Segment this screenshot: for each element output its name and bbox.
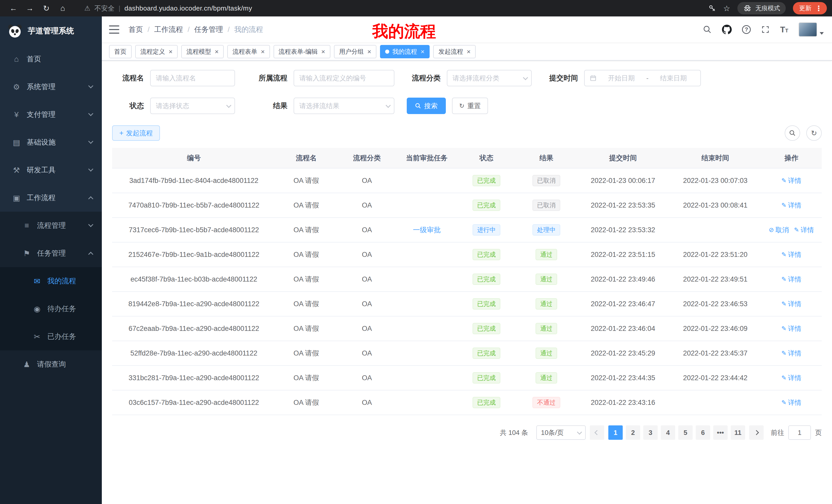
- detail-link[interactable]: ✎ 详情: [781, 324, 801, 333]
- sidebar-menu-item[interactable]: 系统管理: [0, 73, 102, 101]
- search-button[interactable]: 搜索: [407, 97, 446, 114]
- chevron-icon: [88, 252, 93, 257]
- font-size-icon[interactable]: TT: [780, 25, 788, 34]
- sidebar-menu-item[interactable]: 待办任务: [0, 295, 102, 323]
- cell-status: 已完成: [457, 243, 516, 267]
- view-tab[interactable]: 流程表单-编辑 ×: [274, 45, 330, 58]
- cell-current-task: 一级审批: [397, 218, 457, 242]
- detail-link[interactable]: ✎ 详情: [781, 349, 801, 358]
- view-tab[interactable]: 发起流程 ×: [433, 45, 476, 58]
- detail-link[interactable]: ✎ 详情: [781, 250, 801, 259]
- sidebar-menu-item[interactable]: 工作流程: [0, 184, 102, 212]
- fullscreen-icon[interactable]: [761, 25, 770, 34]
- avatar[interactable]: [799, 22, 817, 37]
- cell-operations: ⊘ ✎ 详情: [761, 267, 822, 291]
- app-logo[interactable]: 芋道管理系统: [0, 17, 102, 45]
- calendar-icon: [590, 75, 597, 81]
- category-select[interactable]: 请选择流程分类: [447, 70, 532, 86]
- prev-page-button[interactable]: [590, 425, 604, 440]
- security-label: 不安全: [94, 4, 114, 13]
- reset-button[interactable]: ↻ 重置: [452, 97, 488, 114]
- detail-link[interactable]: ✎ 详情: [781, 398, 801, 407]
- next-page-button[interactable]: [749, 425, 763, 440]
- show-search-button[interactable]: [785, 125, 800, 141]
- user-menu[interactable]: [799, 22, 824, 37]
- sidebar-menu-item[interactable]: 请假查询: [0, 351, 102, 378]
- page-number-button[interactable]: 1: [608, 425, 623, 440]
- task-link[interactable]: 一级审批: [413, 225, 441, 234]
- cell-id: 7317cec6-7b9b-11ec-b5b7-acde48001122: [112, 218, 276, 242]
- tab-close-icon[interactable]: ×: [169, 48, 173, 55]
- view-tab[interactable]: 首页 ×: [109, 45, 132, 58]
- view-tab[interactable]: 流程定义 ×: [135, 45, 178, 58]
- sidebar-menu-item[interactable]: 我的流程: [0, 267, 102, 295]
- page-number-button[interactable]: 2: [626, 425, 640, 440]
- tab-close-icon[interactable]: ×: [421, 48, 424, 55]
- result-select[interactable]: 请选择流结果: [294, 97, 394, 114]
- page-number-button[interactable]: 11: [731, 425, 745, 440]
- cell-id: 52ffd28e-7b9a-11ec-a290-acde48001122: [112, 341, 276, 365]
- search-icon[interactable]: [703, 25, 712, 34]
- browser-home-icon[interactable]: ⌂: [56, 2, 70, 15]
- tab-close-icon[interactable]: ×: [467, 48, 470, 55]
- breadcrumb-item[interactable]: 工作流程: [154, 25, 183, 34]
- view-tab[interactable]: 流程模型 ×: [181, 45, 224, 58]
- status-select[interactable]: 请选择状态: [150, 97, 235, 114]
- tab-close-icon[interactable]: ×: [367, 48, 371, 55]
- sidebar-menu-item[interactable]: 任务管理: [0, 240, 102, 267]
- view-tab[interactable]: 用户分组 ×: [334, 45, 376, 58]
- cell-operations: ⊘ ✎ 详情: [761, 316, 822, 341]
- bookmark-star-icon[interactable]: ☆: [723, 4, 730, 13]
- tab-close-icon[interactable]: ×: [321, 48, 325, 55]
- detail-link[interactable]: ✎ 详情: [794, 226, 814, 234]
- page-size-select[interactable]: 10条/页: [536, 425, 586, 440]
- detail-link[interactable]: ✎ 详情: [781, 300, 801, 309]
- page-number-button[interactable]: 5: [678, 425, 693, 440]
- page-number-button[interactable]: 6: [696, 425, 710, 440]
- date-range-picker[interactable]: 开始日期 - 结束日期: [584, 70, 701, 86]
- sidebar-menu-item[interactable]: 基础设施: [0, 129, 102, 156]
- detail-link[interactable]: ✎ 详情: [781, 201, 801, 210]
- detail-link[interactable]: ✎ 详情: [781, 176, 801, 185]
- browser-actions: ☆ 无痕模式 更新 ⋮: [708, 2, 827, 15]
- goto-page-input[interactable]: [788, 425, 811, 440]
- browser-back-icon[interactable]: ←: [7, 2, 20, 15]
- breadcrumb-item[interactable]: 任务管理: [194, 25, 223, 34]
- cell-submit-time: 2022-01-22 23:44:35: [576, 366, 670, 390]
- browser-update-button[interactable]: 更新 ⋮: [793, 2, 827, 15]
- process-def-input[interactable]: [294, 71, 394, 86]
- page-number-button[interactable]: •••: [713, 425, 728, 440]
- github-icon[interactable]: [722, 25, 732, 34]
- tab-close-icon[interactable]: ×: [215, 48, 218, 55]
- menu-item-icon: [32, 332, 42, 341]
- breadcrumb-item[interactable]: 首页: [129, 25, 143, 34]
- sidebar-menu-item[interactable]: 支付管理: [0, 101, 102, 129]
- detail-link[interactable]: ✎ 详情: [781, 275, 801, 284]
- breadcrumb-item[interactable]: 我的流程: [234, 25, 263, 34]
- process-name-input[interactable]: [151, 71, 234, 86]
- password-key-icon[interactable]: [708, 4, 716, 12]
- sidebar-menu-item[interactable]: 流程管理: [0, 212, 102, 240]
- page-number-button[interactable]: 4: [661, 425, 675, 440]
- page-numbers: 1 2 3 4 5 6 •••: [608, 425, 745, 440]
- refresh-table-button[interactable]: ↻: [806, 125, 822, 141]
- tab-close-icon[interactable]: ×: [261, 48, 265, 55]
- sidebar-menu-item[interactable]: 首页: [0, 45, 102, 73]
- view-tab[interactable]: 我的流程 ×: [380, 45, 430, 58]
- help-icon[interactable]: ?: [742, 25, 751, 34]
- hamburger-icon[interactable]: [109, 25, 119, 34]
- edit-icon: ✎: [781, 202, 786, 209]
- sidebar-menu-item[interactable]: 已办任务: [0, 323, 102, 351]
- address-bar[interactable]: ⚠ 不安全 | dashboard.yudao.iocoder.cn/bpm/t…: [84, 4, 708, 13]
- page-number-button[interactable]: 3: [643, 425, 658, 440]
- browser-reload-icon[interactable]: ↻: [40, 2, 53, 15]
- sidebar-menu-item[interactable]: 研发工具: [0, 156, 102, 184]
- browser-menu-icon[interactable]: ⋮: [815, 4, 822, 12]
- view-tab[interactable]: 流程表单 ×: [227, 45, 270, 58]
- detail-link[interactable]: ✎ 详情: [781, 373, 801, 383]
- cancel-link[interactable]: ⊘ 取消: [769, 226, 789, 234]
- menu-item-label: 已办任务: [47, 332, 76, 341]
- browser-forward-icon[interactable]: →: [23, 2, 36, 15]
- start-process-button[interactable]: + 发起流程: [112, 125, 160, 141]
- result-badge: 已取消: [532, 175, 560, 186]
